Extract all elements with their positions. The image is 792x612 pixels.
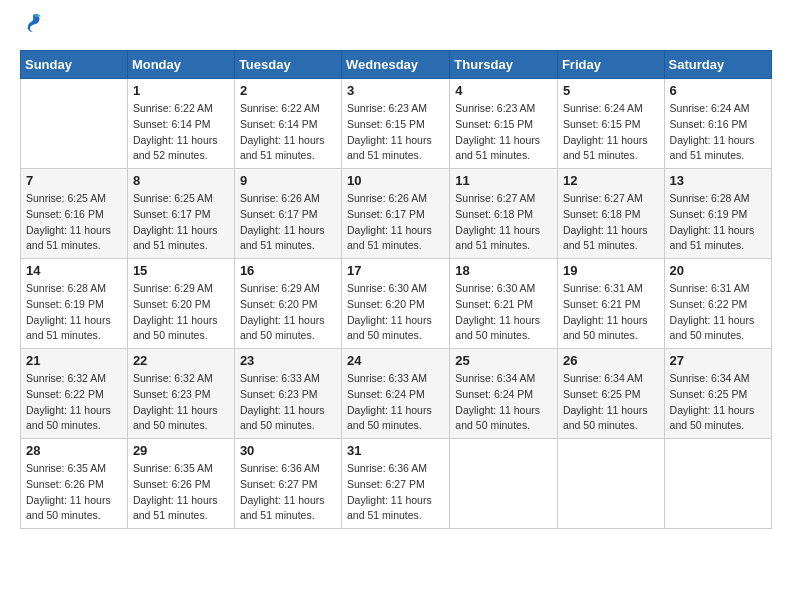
calendar-cell: 17 Sunrise: 6:30 AM Sunset: 6:20 PM Dayl… — [342, 259, 450, 349]
day-info: Sunrise: 6:25 AM Sunset: 6:17 PM Dayligh… — [133, 191, 229, 254]
logo — [20, 20, 45, 34]
day-info: Sunrise: 6:28 AM Sunset: 6:19 PM Dayligh… — [26, 281, 122, 344]
sunset-label: Sunset: 6:14 PM — [133, 118, 211, 130]
daylight-label: Daylight: 11 hours and 51 minutes. — [133, 224, 218, 252]
day-info: Sunrise: 6:22 AM Sunset: 6:14 PM Dayligh… — [240, 101, 336, 164]
calendar-week-row: 1 Sunrise: 6:22 AM Sunset: 6:14 PM Dayli… — [21, 79, 772, 169]
sunrise-label: Sunrise: 6:27 AM — [455, 192, 535, 204]
sunset-label: Sunset: 6:16 PM — [26, 208, 104, 220]
calendar-week-row: 28 Sunrise: 6:35 AM Sunset: 6:26 PM Dayl… — [21, 439, 772, 529]
daylight-label: Daylight: 11 hours and 51 minutes. — [455, 134, 540, 162]
calendar-cell: 31 Sunrise: 6:36 AM Sunset: 6:27 PM Dayl… — [342, 439, 450, 529]
sunset-label: Sunset: 6:14 PM — [240, 118, 318, 130]
day-info: Sunrise: 6:33 AM Sunset: 6:23 PM Dayligh… — [240, 371, 336, 434]
sunset-label: Sunset: 6:20 PM — [347, 298, 425, 310]
sunset-label: Sunset: 6:19 PM — [670, 208, 748, 220]
daylight-label: Daylight: 11 hours and 51 minutes. — [455, 224, 540, 252]
calendar-week-row: 14 Sunrise: 6:28 AM Sunset: 6:19 PM Dayl… — [21, 259, 772, 349]
day-info: Sunrise: 6:35 AM Sunset: 6:26 PM Dayligh… — [26, 461, 122, 524]
day-number: 15 — [133, 263, 229, 278]
daylight-label: Daylight: 11 hours and 52 minutes. — [133, 134, 218, 162]
calendar-header-saturday: Saturday — [664, 51, 771, 79]
day-number: 30 — [240, 443, 336, 458]
daylight-label: Daylight: 11 hours and 50 minutes. — [670, 404, 755, 432]
daylight-label: Daylight: 11 hours and 51 minutes. — [240, 134, 325, 162]
sunset-label: Sunset: 6:15 PM — [455, 118, 533, 130]
calendar-cell: 18 Sunrise: 6:30 AM Sunset: 6:21 PM Dayl… — [450, 259, 558, 349]
day-number: 6 — [670, 83, 766, 98]
calendar-cell: 2 Sunrise: 6:22 AM Sunset: 6:14 PM Dayli… — [234, 79, 341, 169]
day-number: 16 — [240, 263, 336, 278]
sunrise-label: Sunrise: 6:34 AM — [563, 372, 643, 384]
day-info: Sunrise: 6:23 AM Sunset: 6:15 PM Dayligh… — [455, 101, 552, 164]
day-number: 5 — [563, 83, 659, 98]
daylight-label: Daylight: 11 hours and 51 minutes. — [347, 494, 432, 522]
day-number: 11 — [455, 173, 552, 188]
calendar-cell: 28 Sunrise: 6:35 AM Sunset: 6:26 PM Dayl… — [21, 439, 128, 529]
calendar-cell: 7 Sunrise: 6:25 AM Sunset: 6:16 PM Dayli… — [21, 169, 128, 259]
sunset-label: Sunset: 6:20 PM — [240, 298, 318, 310]
sunrise-label: Sunrise: 6:32 AM — [133, 372, 213, 384]
day-number: 18 — [455, 263, 552, 278]
day-number: 7 — [26, 173, 122, 188]
calendar-header-monday: Monday — [127, 51, 234, 79]
daylight-label: Daylight: 11 hours and 51 minutes. — [563, 134, 648, 162]
calendar-cell: 27 Sunrise: 6:34 AM Sunset: 6:25 PM Dayl… — [664, 349, 771, 439]
sunset-label: Sunset: 6:23 PM — [133, 388, 211, 400]
sunset-label: Sunset: 6:15 PM — [563, 118, 641, 130]
day-number: 21 — [26, 353, 122, 368]
sunset-label: Sunset: 6:19 PM — [26, 298, 104, 310]
day-number: 24 — [347, 353, 444, 368]
day-number: 19 — [563, 263, 659, 278]
sunrise-label: Sunrise: 6:24 AM — [670, 102, 750, 114]
day-info: Sunrise: 6:32 AM Sunset: 6:23 PM Dayligh… — [133, 371, 229, 434]
sunset-label: Sunset: 6:18 PM — [455, 208, 533, 220]
sunset-label: Sunset: 6:26 PM — [26, 478, 104, 490]
calendar-cell: 29 Sunrise: 6:35 AM Sunset: 6:26 PM Dayl… — [127, 439, 234, 529]
sunrise-label: Sunrise: 6:30 AM — [347, 282, 427, 294]
daylight-label: Daylight: 11 hours and 51 minutes. — [240, 224, 325, 252]
calendar-header-wednesday: Wednesday — [342, 51, 450, 79]
calendar-header-tuesday: Tuesday — [234, 51, 341, 79]
calendar-cell: 11 Sunrise: 6:27 AM Sunset: 6:18 PM Dayl… — [450, 169, 558, 259]
sunset-label: Sunset: 6:22 PM — [670, 298, 748, 310]
page-header — [20, 20, 772, 34]
sunset-label: Sunset: 6:17 PM — [240, 208, 318, 220]
calendar-cell — [21, 79, 128, 169]
day-number: 4 — [455, 83, 552, 98]
sunset-label: Sunset: 6:23 PM — [240, 388, 318, 400]
daylight-label: Daylight: 11 hours and 51 minutes. — [26, 224, 111, 252]
calendar-cell: 15 Sunrise: 6:29 AM Sunset: 6:20 PM Dayl… — [127, 259, 234, 349]
sunrise-label: Sunrise: 6:28 AM — [26, 282, 106, 294]
day-info: Sunrise: 6:23 AM Sunset: 6:15 PM Dayligh… — [347, 101, 444, 164]
daylight-label: Daylight: 11 hours and 50 minutes. — [133, 314, 218, 342]
daylight-label: Daylight: 11 hours and 51 minutes. — [347, 224, 432, 252]
day-number: 8 — [133, 173, 229, 188]
sunset-label: Sunset: 6:16 PM — [670, 118, 748, 130]
day-info: Sunrise: 6:27 AM Sunset: 6:18 PM Dayligh… — [455, 191, 552, 254]
sunrise-label: Sunrise: 6:23 AM — [347, 102, 427, 114]
day-info: Sunrise: 6:34 AM Sunset: 6:24 PM Dayligh… — [455, 371, 552, 434]
daylight-label: Daylight: 11 hours and 51 minutes. — [670, 224, 755, 252]
day-info: Sunrise: 6:29 AM Sunset: 6:20 PM Dayligh… — [240, 281, 336, 344]
calendar-cell: 10 Sunrise: 6:26 AM Sunset: 6:17 PM Dayl… — [342, 169, 450, 259]
day-info: Sunrise: 6:32 AM Sunset: 6:22 PM Dayligh… — [26, 371, 122, 434]
day-info: Sunrise: 6:34 AM Sunset: 6:25 PM Dayligh… — [670, 371, 766, 434]
calendar-cell: 24 Sunrise: 6:33 AM Sunset: 6:24 PM Dayl… — [342, 349, 450, 439]
sunset-label: Sunset: 6:21 PM — [455, 298, 533, 310]
day-info: Sunrise: 6:25 AM Sunset: 6:16 PM Dayligh… — [26, 191, 122, 254]
daylight-label: Daylight: 11 hours and 50 minutes. — [133, 404, 218, 432]
day-number: 10 — [347, 173, 444, 188]
daylight-label: Daylight: 11 hours and 50 minutes. — [240, 404, 325, 432]
day-number: 13 — [670, 173, 766, 188]
calendar-cell: 22 Sunrise: 6:32 AM Sunset: 6:23 PM Dayl… — [127, 349, 234, 439]
calendar-cell: 23 Sunrise: 6:33 AM Sunset: 6:23 PM Dayl… — [234, 349, 341, 439]
calendar-header-sunday: Sunday — [21, 51, 128, 79]
day-info: Sunrise: 6:24 AM Sunset: 6:16 PM Dayligh… — [670, 101, 766, 164]
day-number: 25 — [455, 353, 552, 368]
daylight-label: Daylight: 11 hours and 51 minutes. — [240, 494, 325, 522]
day-number: 12 — [563, 173, 659, 188]
sunrise-label: Sunrise: 6:35 AM — [26, 462, 106, 474]
daylight-label: Daylight: 11 hours and 50 minutes. — [347, 314, 432, 342]
sunrise-label: Sunrise: 6:34 AM — [670, 372, 750, 384]
